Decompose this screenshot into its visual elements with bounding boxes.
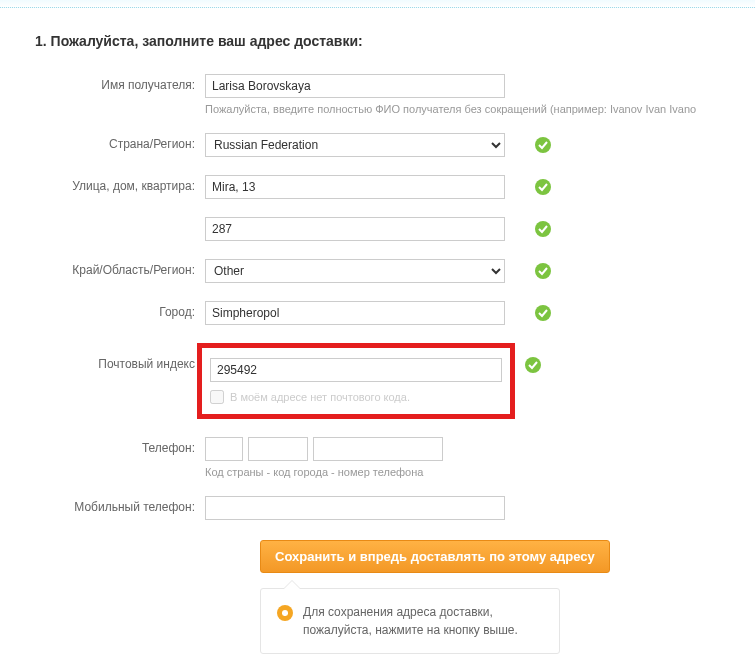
row-recipient: Имя получателя: Пожалуйста, введите полн… — [45, 74, 755, 115]
phone-hint: Код страны - код города - номер телефона — [205, 466, 525, 478]
no-postal-label: В моём адресе нет почтового кода. — [230, 391, 410, 403]
row-phone: Телефон: Код страны - код города - номер… — [45, 437, 755, 478]
label-mobile: Мобильный телефон: — [45, 496, 205, 514]
address-form: Имя получателя: Пожалуйста, введите полн… — [0, 74, 755, 654]
submit-section: Сохранить и впредь доставлять по этому а… — [260, 540, 755, 654]
phone-country-input[interactable] — [205, 437, 243, 461]
mobile-phone-input[interactable] — [205, 496, 505, 520]
phone-number-input[interactable] — [313, 437, 443, 461]
row-postal: Почтовый индекс В моём адресе нет почтов… — [45, 343, 755, 419]
save-address-button[interactable]: Сохранить и впредь доставлять по этому а… — [260, 540, 610, 573]
label-phone: Телефон: — [45, 437, 205, 455]
label-postal: Почтовый индекс — [45, 343, 205, 371]
callout-text: Для сохранения адреса доставки, пожалуйс… — [303, 603, 518, 639]
street-input[interactable] — [205, 175, 505, 199]
country-select[interactable]: Russian Federation — [205, 133, 505, 157]
callout-line1: Для сохранения адреса доставки, — [303, 605, 493, 619]
row-street: Улица, дом, квартира: — [45, 175, 755, 199]
no-postal-checkbox[interactable] — [210, 390, 224, 404]
label-city: Город: — [45, 301, 205, 319]
street2-input[interactable] — [205, 217, 505, 241]
check-icon — [535, 221, 551, 237]
check-icon — [535, 179, 551, 195]
section-heading: 1. Пожалуйста, заполните ваш адрес доста… — [0, 23, 755, 74]
row-region: Край/Область/Регион: Other — [45, 259, 755, 283]
city-input[interactable] — [205, 301, 505, 325]
label-street2 — [45, 217, 205, 221]
row-mobile: Мобильный телефон: — [45, 496, 755, 520]
recipient-input[interactable] — [205, 74, 505, 98]
label-recipient: Имя получателя: — [45, 74, 205, 92]
check-icon — [535, 305, 551, 321]
top-divider — [0, 0, 755, 8]
bulb-icon — [277, 605, 293, 621]
row-street2 — [45, 217, 755, 241]
label-country: Страна/Регион: — [45, 133, 205, 151]
recipient-hint: Пожалуйста, введите полностью ФИО получа… — [205, 103, 525, 115]
row-country: Страна/Регион: Russian Federation — [45, 133, 755, 157]
check-icon — [535, 263, 551, 279]
callout-line2: пожалуйста, нажмите на кнопку выше. — [303, 623, 518, 637]
region-select[interactable]: Other — [205, 259, 505, 283]
row-city: Город: — [45, 301, 755, 325]
postal-input[interactable] — [210, 358, 502, 382]
check-icon — [535, 137, 551, 153]
label-street: Улица, дом, квартира: — [45, 175, 205, 193]
save-hint-callout: Для сохранения адреса доставки, пожалуйс… — [260, 588, 560, 654]
check-icon — [525, 357, 541, 373]
postal-highlight: В моём адресе нет почтового кода. — [197, 343, 515, 419]
phone-city-input[interactable] — [248, 437, 308, 461]
label-region: Край/Область/Регион: — [45, 259, 205, 277]
